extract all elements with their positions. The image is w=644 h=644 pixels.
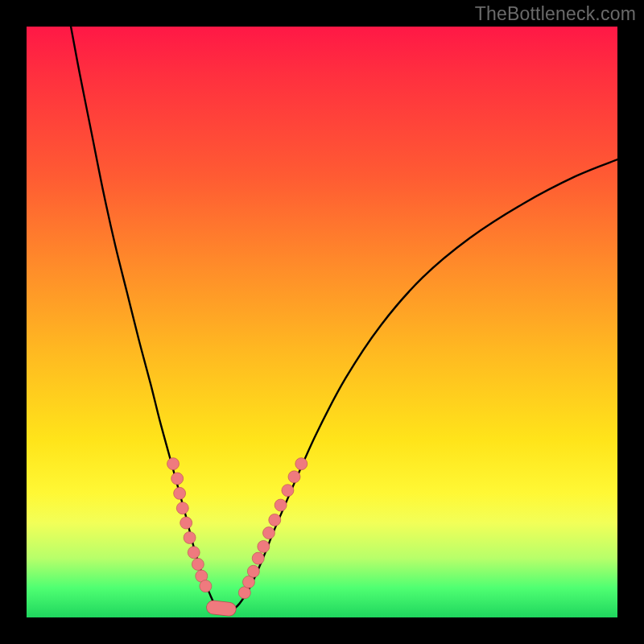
marker-dot <box>174 487 186 499</box>
marker-dot <box>200 580 212 592</box>
marker-dot <box>238 587 250 599</box>
marker-dot <box>269 514 281 526</box>
marker-dot <box>295 458 308 470</box>
marker-dot <box>262 527 275 539</box>
plot-area <box>27 27 617 617</box>
marker-dot <box>167 458 180 470</box>
marker-dot <box>188 547 200 559</box>
marker-dot <box>184 531 196 543</box>
marker-dot <box>247 565 259 577</box>
marker-dot <box>282 485 294 497</box>
marker-dot <box>176 502 188 514</box>
marker-dot <box>258 540 270 552</box>
chart-frame: TheBottleneck.com <box>0 0 644 644</box>
watermark-text: TheBottleneck.com <box>475 3 636 25</box>
marker-dot <box>252 552 264 564</box>
marker-dot <box>192 558 204 570</box>
curve-layer <box>27 27 617 617</box>
marker-dot <box>180 517 192 529</box>
bottleneck-curve <box>71 27 617 611</box>
marker-dot <box>288 471 300 483</box>
marker-dot <box>275 499 287 511</box>
marker-pill <box>213 608 229 609</box>
curve-markers <box>167 458 308 609</box>
marker-dot <box>171 473 184 485</box>
marker-dot <box>242 576 254 588</box>
